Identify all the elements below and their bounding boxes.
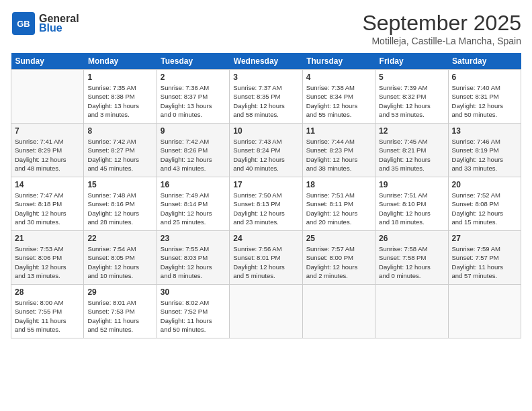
calendar-cell: 30Sunrise: 8:02 AM Sunset: 7:52 PM Dayli… [157,285,229,338]
calendar-cell: 23Sunrise: 7:55 AM Sunset: 8:03 PM Dayli… [157,231,229,285]
week-row-5: 28Sunrise: 8:00 AM Sunset: 7:55 PM Dayli… [11,285,521,338]
day-info: Sunrise: 8:00 AM Sunset: 7:55 PM Dayligh… [15,298,80,334]
calendar-cell: 7Sunrise: 7:41 AM Sunset: 8:29 PM Daylig… [11,124,84,177]
day-number: 10 [233,126,298,136]
day-number: 4 [306,73,371,82]
day-info: Sunrise: 7:46 AM Sunset: 8:19 PM Dayligh… [452,137,517,173]
calendar-cell: 25Sunrise: 7:57 AM Sunset: 8:00 PM Dayli… [302,231,375,285]
calendar-cell: 1Sunrise: 7:35 AM Sunset: 8:38 PM Daylig… [84,70,157,124]
day-number: 13 [452,126,517,136]
day-number: 18 [306,180,371,189]
calendar-cell: 10Sunrise: 7:43 AM Sunset: 8:24 PM Dayli… [230,124,302,177]
day-info: Sunrise: 7:42 AM Sunset: 8:27 PM Dayligh… [87,137,152,173]
day-number: 16 [161,180,226,189]
header-day-saturday: Saturday [448,53,521,70]
day-info: Sunrise: 7:57 AM Sunset: 8:00 PM Dayligh… [306,244,371,280]
header-day-thursday: Thursday [302,53,375,70]
day-number: 15 [87,180,152,189]
day-number: 19 [379,180,444,189]
calendar-cell: 4Sunrise: 7:38 AM Sunset: 8:34 PM Daylig… [302,70,375,124]
calendar-cell: 2Sunrise: 7:36 AM Sunset: 8:37 PM Daylig… [157,70,229,124]
week-row-3: 14Sunrise: 7:47 AM Sunset: 8:18 PM Dayli… [11,177,521,231]
page-header: GB General Blue September 2025 Motilleja… [11,11,521,46]
calendar-table: SundayMondayTuesdayWednesdayThursdayFrid… [11,53,521,338]
calendar-cell: 17Sunrise: 7:50 AM Sunset: 8:13 PM Dayli… [230,177,302,231]
title-block: September 2025 Motilleja, Castille-La Ma… [362,11,521,46]
calendar-cell: 19Sunrise: 7:51 AM Sunset: 8:10 PM Dayli… [375,177,448,231]
day-info: Sunrise: 7:40 AM Sunset: 8:31 PM Dayligh… [452,83,517,119]
day-info: Sunrise: 7:39 AM Sunset: 8:32 PM Dayligh… [379,83,444,119]
header-day-monday: Monday [84,53,157,70]
svg-text:GB: GB [17,19,30,29]
calendar-cell: 12Sunrise: 7:45 AM Sunset: 8:21 PM Dayli… [375,124,448,177]
day-info: Sunrise: 7:44 AM Sunset: 8:23 PM Dayligh… [306,137,371,173]
header-day-tuesday: Tuesday [157,53,229,70]
day-info: Sunrise: 8:02 AM Sunset: 7:52 PM Dayligh… [161,298,226,334]
calendar-cell: 28Sunrise: 8:00 AM Sunset: 7:55 PM Dayli… [11,285,84,338]
day-info: Sunrise: 7:45 AM Sunset: 8:21 PM Dayligh… [379,137,444,173]
day-info: Sunrise: 8:01 AM Sunset: 7:53 PM Dayligh… [87,298,152,334]
day-info: Sunrise: 7:38 AM Sunset: 8:34 PM Dayligh… [306,83,371,119]
day-number: 2 [161,73,226,82]
calendar-cell: 27Sunrise: 7:59 AM Sunset: 7:57 PM Dayli… [448,231,521,285]
calendar-cell: 21Sunrise: 7:53 AM Sunset: 8:06 PM Dayli… [11,231,84,285]
day-number: 3 [233,73,298,82]
day-info: Sunrise: 7:41 AM Sunset: 8:29 PM Dayligh… [15,137,80,173]
location: Motilleja, Castille-La Mancha, Spain [362,36,521,46]
day-number: 20 [452,180,517,189]
calendar-cell: 5Sunrise: 7:39 AM Sunset: 8:32 PM Daylig… [375,70,448,124]
day-number: 17 [233,180,298,189]
day-number: 1 [87,73,152,82]
day-number: 21 [15,234,80,243]
header-day-wednesday: Wednesday [230,53,302,70]
calendar-cell [11,70,84,124]
day-number: 8 [87,126,152,136]
day-number: 24 [233,234,298,243]
day-info: Sunrise: 7:59 AM Sunset: 7:57 PM Dayligh… [452,244,517,280]
calendar-cell [230,285,302,338]
day-info: Sunrise: 7:42 AM Sunset: 8:26 PM Dayligh… [161,137,226,173]
week-row-4: 21Sunrise: 7:53 AM Sunset: 8:06 PM Dayli… [11,231,521,285]
calendar-cell: 14Sunrise: 7:47 AM Sunset: 8:18 PM Dayli… [11,177,84,231]
day-number: 28 [15,287,80,297]
calendar-cell: 6Sunrise: 7:40 AM Sunset: 8:31 PM Daylig… [448,70,521,124]
calendar-cell: 24Sunrise: 7:56 AM Sunset: 8:01 PM Dayli… [230,231,302,285]
calendar-cell: 13Sunrise: 7:46 AM Sunset: 8:19 PM Dayli… [448,124,521,177]
day-info: Sunrise: 7:47 AM Sunset: 8:18 PM Dayligh… [15,191,80,226]
days-header-row: SundayMondayTuesdayWednesdayThursdayFrid… [11,53,521,70]
day-number: 12 [379,126,444,136]
logo: GB General Blue [11,11,79,36]
calendar-cell: 11Sunrise: 7:44 AM Sunset: 8:23 PM Dayli… [302,124,375,177]
day-number: 27 [452,234,517,243]
day-info: Sunrise: 7:48 AM Sunset: 8:16 PM Dayligh… [87,191,152,226]
day-info: Sunrise: 7:56 AM Sunset: 8:01 PM Dayligh… [233,244,298,280]
calendar-cell: 18Sunrise: 7:51 AM Sunset: 8:11 PM Dayli… [302,177,375,231]
day-info: Sunrise: 7:50 AM Sunset: 8:13 PM Dayligh… [233,191,298,226]
day-info: Sunrise: 7:51 AM Sunset: 8:10 PM Dayligh… [379,191,444,226]
day-info: Sunrise: 7:51 AM Sunset: 8:11 PM Dayligh… [306,191,371,226]
day-info: Sunrise: 7:49 AM Sunset: 8:14 PM Dayligh… [161,191,226,226]
day-number: 25 [306,234,371,243]
day-number: 6 [452,73,517,82]
day-number: 22 [87,234,152,243]
calendar-cell: 16Sunrise: 7:49 AM Sunset: 8:14 PM Dayli… [157,177,229,231]
day-info: Sunrise: 7:43 AM Sunset: 8:24 PM Dayligh… [233,137,298,173]
day-info: Sunrise: 7:36 AM Sunset: 8:37 PM Dayligh… [161,83,226,119]
day-number: 14 [15,180,80,189]
day-info: Sunrise: 7:55 AM Sunset: 8:03 PM Dayligh… [161,244,226,280]
calendar-cell [375,285,448,338]
day-info: Sunrise: 7:35 AM Sunset: 8:38 PM Dayligh… [87,83,152,119]
day-number: 26 [379,234,444,243]
day-info: Sunrise: 7:58 AM Sunset: 7:58 PM Dayligh… [379,244,444,280]
calendar-cell [302,285,375,338]
week-row-1: 1Sunrise: 7:35 AM Sunset: 8:38 PM Daylig… [11,70,521,124]
day-info: Sunrise: 7:53 AM Sunset: 8:06 PM Dayligh… [15,244,80,280]
calendar-cell: 20Sunrise: 7:52 AM Sunset: 8:08 PM Dayli… [448,177,521,231]
calendar-cell: 8Sunrise: 7:42 AM Sunset: 8:27 PM Daylig… [84,124,157,177]
day-number: 7 [15,126,80,136]
calendar-cell: 22Sunrise: 7:54 AM Sunset: 8:05 PM Dayli… [84,231,157,285]
week-row-2: 7Sunrise: 7:41 AM Sunset: 8:29 PM Daylig… [11,124,521,177]
calendar-cell: 3Sunrise: 7:37 AM Sunset: 8:35 PM Daylig… [230,70,302,124]
logo-icon: GB [11,11,36,36]
day-info: Sunrise: 7:52 AM Sunset: 8:08 PM Dayligh… [452,191,517,226]
